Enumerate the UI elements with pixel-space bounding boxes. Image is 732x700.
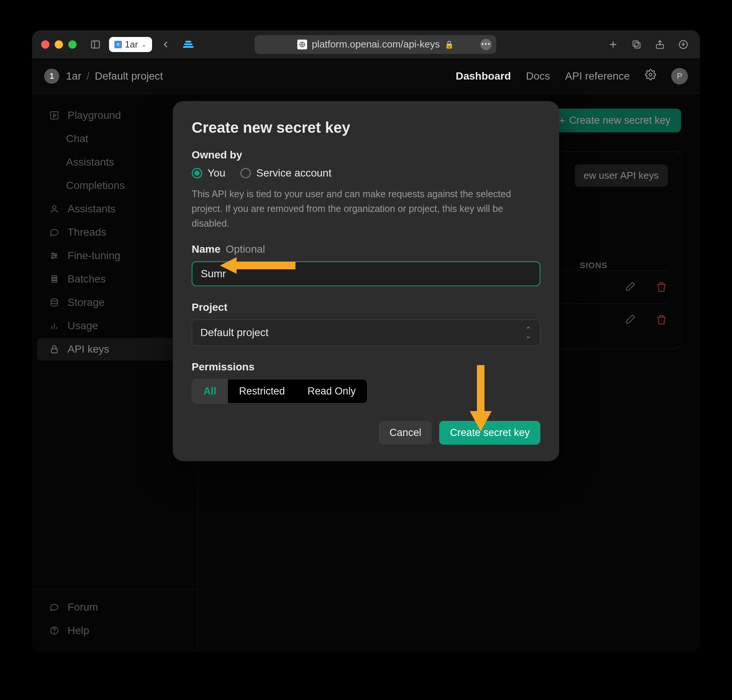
tab-favicon: ≡ [114, 41, 122, 48]
browser-tab[interactable]: ≡ 1ar ⌄ [109, 37, 152, 52]
owned-by-description: This API key is tied to your user and ca… [192, 187, 540, 230]
new-tab-button[interactable] [606, 37, 621, 52]
name-label: Name Optional [192, 243, 540, 255]
window-controls [41, 40, 77, 49]
nav-dashboard[interactable]: Dashboard [456, 70, 511, 82]
chevron-down-icon: ⌄ [141, 40, 147, 49]
radio-label: Service account [256, 167, 331, 179]
nav-api-reference[interactable]: API reference [565, 70, 630, 82]
page-actions-icon[interactable]: ••• [480, 39, 492, 50]
create-secret-key-submit[interactable]: Create secret key [439, 421, 540, 445]
perm-all[interactable]: All [192, 379, 228, 403]
radio-you[interactable]: You [192, 167, 225, 179]
sidebar-toggle-icon[interactable] [88, 37, 103, 52]
cancel-button[interactable]: Cancel [379, 421, 432, 445]
modal-backdrop[interactable]: Create new secret key Owned by You Servi… [32, 94, 700, 652]
svg-rect-6 [633, 41, 638, 46]
downloads-icon[interactable] [676, 37, 691, 52]
svg-rect-0 [92, 41, 100, 48]
name-hint: Optional [226, 243, 265, 255]
maximize-window-button[interactable] [68, 40, 77, 49]
org-name[interactable]: 1ar [66, 70, 81, 82]
select-chevrons-icon: ⌃⌄ [525, 327, 532, 339]
project-name[interactable]: Default project [95, 70, 163, 82]
perm-restricted[interactable]: Restricted [228, 379, 297, 403]
svg-rect-5 [635, 43, 640, 48]
close-window-button[interactable] [41, 40, 49, 49]
radio-circle-icon [192, 168, 202, 178]
select-value: Default project [200, 327, 269, 339]
svg-point-9 [649, 73, 652, 76]
owned-by-radio-group: You Service account [192, 167, 540, 179]
create-key-modal: Create new secret key Owned by You Servi… [173, 101, 559, 461]
browser-toolbar: ≡ 1ar ⌄ platform.openai.com/api-keys 🔒 •… [32, 30, 700, 59]
browser-window: ≡ 1ar ⌄ platform.openai.com/api-keys 🔒 •… [32, 30, 700, 652]
radio-service-account[interactable]: Service account [240, 167, 331, 179]
project-select[interactable]: Default project ⌃⌄ [192, 319, 540, 346]
share-icon[interactable] [652, 37, 667, 52]
radio-circle-icon [240, 168, 251, 178]
nav-docs[interactable]: Docs [526, 70, 550, 82]
perm-readonly[interactable]: Read Only [296, 379, 367, 403]
url-bar[interactable]: platform.openai.com/api-keys 🔒 ••• [255, 35, 496, 54]
header-nav: Dashboard Docs API reference P [456, 68, 688, 84]
radio-label: You [208, 167, 225, 179]
permissions-segmented: All Restricted Read Only [192, 379, 368, 404]
owned-by-label: Owned by [192, 149, 540, 161]
tab-label: 1ar [125, 39, 138, 50]
gear-icon[interactable] [645, 69, 656, 83]
modal-title: Create new secret key [192, 119, 540, 136]
lock-icon: 🔒 [444, 40, 454, 49]
app-header: 1 1ar / Default project Dashboard Docs A… [32, 59, 700, 94]
copy-icon[interactable] [629, 37, 644, 52]
site-favicon [297, 40, 307, 49]
permissions-label: Permissions [192, 361, 540, 373]
avatar[interactable]: P [671, 68, 688, 84]
breadcrumb-sep: / [86, 70, 89, 82]
project-label: Project [192, 301, 540, 313]
org-badge[interactable]: 1 [44, 69, 59, 84]
back-button[interactable] [158, 37, 173, 52]
minimize-window-button[interactable] [55, 40, 63, 49]
modal-actions: Cancel Create secret key [192, 421, 540, 445]
breadcrumb: 1ar / Default project [66, 70, 163, 82]
key-name-input[interactable] [192, 261, 540, 286]
tab-overview-icon[interactable] [183, 41, 194, 48]
url-text: platform.openai.com/api-keys [312, 38, 440, 50]
